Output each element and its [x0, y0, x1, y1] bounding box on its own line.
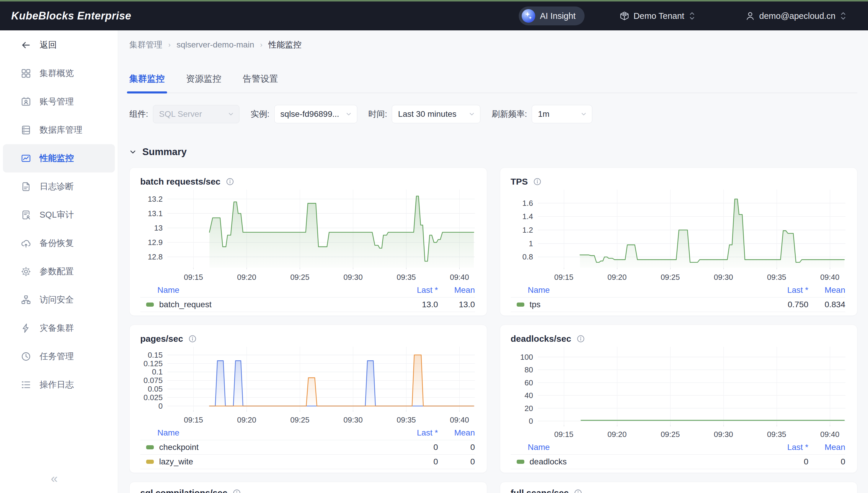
- ai-insight-button[interactable]: AI Insight: [519, 6, 585, 25]
- tab-active[interactable]: 集群监控: [129, 73, 165, 92]
- x-axis-tick: 09:40: [820, 273, 840, 282]
- legend-header-name[interactable]: Name: [511, 443, 759, 452]
- filter-value: Last 30 minutes: [398, 109, 457, 119]
- info-icon[interactable]: [188, 335, 197, 343]
- breadcrumb-item[interactable]: 集群管理: [129, 39, 162, 50]
- legend-header-name[interactable]: Name: [140, 285, 388, 295]
- legend-row[interactable]: checkpoint 00: [140, 440, 475, 455]
- sidebar-back-label: 返回: [40, 39, 57, 51]
- legend-row[interactable]: deadlocks 00: [511, 455, 846, 469]
- sidebar-item-label: 访问安全: [40, 294, 74, 306]
- logdoc-icon: [21, 181, 31, 192]
- chart-title: sql compilations/sec: [140, 488, 227, 493]
- x-axis-tick: 09:30: [714, 273, 733, 282]
- legend-header-mean[interactable]: Mean: [438, 285, 475, 295]
- chart-plot-area: 1.61.41.210.8 09:1509:2009:2509:3009:350…: [511, 190, 846, 283]
- plot-region[interactable]: 09:1509:2009:2509:3009:3509:40: [167, 347, 475, 410]
- chart-legend: NameLast *Mean tps 0.7500.834: [511, 283, 846, 312]
- sidebar-item-account[interactable]: 账号管理: [0, 88, 118, 116]
- y-axis-tick: 0.1: [152, 367, 163, 377]
- info-icon[interactable]: [574, 489, 582, 493]
- sidebar-item-overview[interactable]: 集群概览: [0, 59, 118, 88]
- breadcrumb-separator: ›: [168, 41, 170, 49]
- breadcrumb-item[interactable]: sqlserver-demo-main: [177, 40, 254, 49]
- legend-row[interactable]: tps 0.7500.834: [511, 298, 846, 312]
- backup-icon: [21, 238, 31, 249]
- chart-card: deadlocks/sec 100806040200 09:1509:2009:…: [500, 325, 858, 473]
- filter-select[interactable]: sqlse-fd96899...: [274, 105, 357, 123]
- y-axis-tick: 100: [520, 352, 533, 362]
- sidebar-item-backup[interactable]: 备份恢复: [0, 229, 118, 257]
- listlog-icon: [21, 380, 31, 390]
- legend-header-row: NameLast *Mean: [140, 283, 475, 298]
- chart-card: TPS 1.61.41.210.8 09:1509:2009:2509:3009…: [500, 168, 858, 316]
- legend-header-mean[interactable]: Mean: [808, 443, 845, 452]
- plot-region[interactable]: 09:1509:2009:2509:3009:3509:40: [538, 347, 846, 425]
- user-email: demo@apecloud.cn: [759, 11, 835, 21]
- sidebar-item-listlog[interactable]: 操作日志: [0, 371, 118, 399]
- y-axis-tick: 0.075: [143, 376, 163, 385]
- sidebar-item-orgtree[interactable]: 访问安全: [0, 286, 118, 314]
- sidebar-collapse-button[interactable]: «: [51, 472, 58, 485]
- legend-row[interactable]: batch_request 13.013.0: [140, 298, 475, 312]
- legend-header-last[interactable]: Last *: [758, 443, 808, 452]
- series-mean-value: 0: [438, 443, 475, 452]
- account-icon: [21, 97, 31, 107]
- y-axis-tick: 60: [525, 378, 533, 387]
- info-icon[interactable]: [577, 335, 585, 343]
- legend-header-name[interactable]: Name: [511, 285, 759, 295]
- main-content[interactable]: 集群管理›sqlserver-demo-main›性能监控 集群监控资源监控告警…: [118, 30, 868, 493]
- summary-section-header: Summary: [129, 146, 857, 157]
- chevron-down-icon: [468, 111, 475, 117]
- info-icon[interactable]: [533, 177, 542, 186]
- info-icon[interactable]: [233, 489, 241, 493]
- sidebar-back-button[interactable]: 返回: [0, 31, 118, 59]
- y-axis-tick: 1.2: [522, 226, 533, 235]
- sidebar-item-database[interactable]: 数据库管理: [0, 116, 118, 144]
- x-axis-tick: 09:40: [820, 430, 840, 439]
- plot-region[interactable]: 09:1509:2009:2509:3009:3509:40: [167, 190, 475, 268]
- y-axis-tick: 1: [529, 239, 533, 248]
- sidebar-item-sqlaudit[interactable]: SQL审计: [0, 201, 118, 229]
- sidebar-item-clock[interactable]: 任务管理: [0, 342, 118, 371]
- x-axis-tick: 09:30: [343, 273, 363, 282]
- tab-item[interactable]: 资源监控: [186, 73, 221, 92]
- user-menu[interactable]: demo@apecloud.cn: [745, 11, 847, 21]
- tab-item[interactable]: 告警设置: [243, 73, 278, 92]
- series-last-value: 0.750: [758, 300, 808, 309]
- sidebar-item-logdoc[interactable]: 日志诊断: [0, 172, 118, 201]
- filter-group: 刷新频率: 1m: [491, 105, 592, 123]
- legend-header-last[interactable]: Last *: [758, 285, 808, 295]
- x-axis-tick: 09:20: [237, 415, 256, 425]
- legend-header-mean[interactable]: Mean: [808, 285, 845, 295]
- series-name: tps: [530, 300, 541, 309]
- clock-icon: [21, 351, 31, 362]
- legend-header-name[interactable]: Name: [140, 428, 388, 437]
- filter-label: 刷新频率:: [491, 108, 527, 120]
- sidebar-item-monitor[interactable]: 性能监控: [3, 144, 115, 172]
- sidebar-item-bolt[interactable]: 灾备集群: [0, 314, 118, 342]
- chevron-updown-icon: [688, 11, 695, 21]
- x-axis-tick: 09:15: [554, 273, 573, 282]
- chevron-down-icon: [580, 111, 587, 117]
- chevron-down-icon[interactable]: [129, 148, 136, 155]
- series-swatch: [517, 460, 524, 464]
- legend-header-mean[interactable]: Mean: [438, 428, 475, 437]
- x-axis-tick: 09:30: [343, 415, 363, 425]
- sidebar-item-label: 数据库管理: [40, 124, 82, 136]
- x-axis-tick: 09:20: [237, 273, 256, 282]
- filter-select[interactable]: Last 30 minutes: [392, 105, 480, 123]
- plot-region[interactable]: 09:1509:2009:2509:3009:3509:40: [538, 190, 846, 268]
- sidebar-item-gear[interactable]: 参数配置: [0, 257, 118, 286]
- legend-header-row: NameLast *Mean: [511, 440, 846, 455]
- filter-select[interactable]: 1m: [532, 105, 592, 123]
- legend-header-last[interactable]: Last *: [388, 285, 438, 295]
- tenant-selector[interactable]: Demo Tenant: [620, 11, 695, 21]
- series-name: batch_request: [159, 300, 211, 309]
- chart-title: TPS: [511, 177, 528, 187]
- info-icon[interactable]: [226, 177, 234, 186]
- chart-legend: NameLast *Mean deadlocks 00: [511, 440, 846, 469]
- legend-row[interactable]: lazy_wite 00: [140, 455, 475, 469]
- legend-header-last[interactable]: Last *: [388, 428, 438, 437]
- sidebar-item-label: 任务管理: [40, 350, 74, 362]
